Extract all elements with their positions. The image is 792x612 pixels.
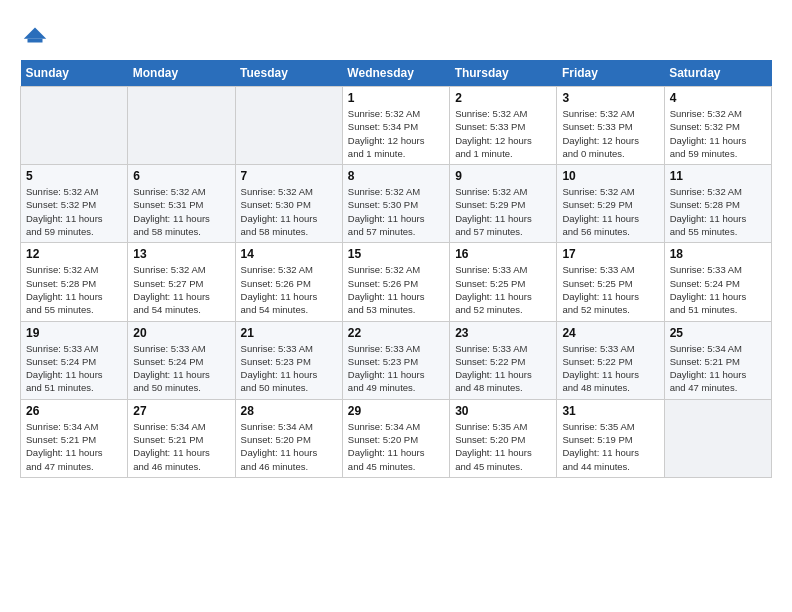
day-number: 1 — [348, 91, 444, 105]
calendar-cell: 31Sunrise: 5:35 AMSunset: 5:19 PMDayligh… — [557, 399, 664, 477]
day-info: Sunrise: 5:33 AMSunset: 5:25 PMDaylight:… — [455, 263, 551, 316]
header-row: SundayMondayTuesdayWednesdayThursdayFrid… — [21, 60, 772, 87]
day-info: Sunrise: 5:34 AMSunset: 5:21 PMDaylight:… — [26, 420, 122, 473]
day-number: 18 — [670, 247, 766, 261]
day-info: Sunrise: 5:33 AMSunset: 5:22 PMDaylight:… — [455, 342, 551, 395]
calendar-cell: 14Sunrise: 5:32 AMSunset: 5:26 PMDayligh… — [235, 243, 342, 321]
calendar-week: 5Sunrise: 5:32 AMSunset: 5:32 PMDaylight… — [21, 165, 772, 243]
weekday-header: Saturday — [664, 60, 771, 87]
day-info: Sunrise: 5:32 AMSunset: 5:30 PMDaylight:… — [241, 185, 337, 238]
day-info: Sunrise: 5:32 AMSunset: 5:29 PMDaylight:… — [455, 185, 551, 238]
calendar-week: 12Sunrise: 5:32 AMSunset: 5:28 PMDayligh… — [21, 243, 772, 321]
weekday-header: Tuesday — [235, 60, 342, 87]
weekday-header: Sunday — [21, 60, 128, 87]
day-number: 24 — [562, 326, 658, 340]
weekday-header: Monday — [128, 60, 235, 87]
calendar-cell: 11Sunrise: 5:32 AMSunset: 5:28 PMDayligh… — [664, 165, 771, 243]
day-number: 7 — [241, 169, 337, 183]
weekday-header: Wednesday — [342, 60, 449, 87]
day-info: Sunrise: 5:32 AMSunset: 5:32 PMDaylight:… — [26, 185, 122, 238]
day-info: Sunrise: 5:33 AMSunset: 5:24 PMDaylight:… — [26, 342, 122, 395]
day-number: 12 — [26, 247, 122, 261]
day-number: 4 — [670, 91, 766, 105]
calendar-cell — [21, 87, 128, 165]
day-number: 3 — [562, 91, 658, 105]
calendar-cell: 1Sunrise: 5:32 AMSunset: 5:34 PMDaylight… — [342, 87, 449, 165]
calendar-cell: 13Sunrise: 5:32 AMSunset: 5:27 PMDayligh… — [128, 243, 235, 321]
calendar-cell: 8Sunrise: 5:32 AMSunset: 5:30 PMDaylight… — [342, 165, 449, 243]
weekday-header: Friday — [557, 60, 664, 87]
day-number: 10 — [562, 169, 658, 183]
day-info: Sunrise: 5:34 AMSunset: 5:20 PMDaylight:… — [348, 420, 444, 473]
day-info: Sunrise: 5:33 AMSunset: 5:24 PMDaylight:… — [670, 263, 766, 316]
calendar-cell: 3Sunrise: 5:32 AMSunset: 5:33 PMDaylight… — [557, 87, 664, 165]
calendar-cell: 24Sunrise: 5:33 AMSunset: 5:22 PMDayligh… — [557, 321, 664, 399]
day-info: Sunrise: 5:32 AMSunset: 5:33 PMDaylight:… — [562, 107, 658, 160]
day-info: Sunrise: 5:32 AMSunset: 5:33 PMDaylight:… — [455, 107, 551, 160]
day-number: 15 — [348, 247, 444, 261]
calendar-cell: 9Sunrise: 5:32 AMSunset: 5:29 PMDaylight… — [450, 165, 557, 243]
day-info: Sunrise: 5:34 AMSunset: 5:21 PMDaylight:… — [670, 342, 766, 395]
calendar-cell — [664, 399, 771, 477]
calendar-cell: 19Sunrise: 5:33 AMSunset: 5:24 PMDayligh… — [21, 321, 128, 399]
calendar-cell: 30Sunrise: 5:35 AMSunset: 5:20 PMDayligh… — [450, 399, 557, 477]
day-info: Sunrise: 5:32 AMSunset: 5:32 PMDaylight:… — [670, 107, 766, 160]
day-number: 26 — [26, 404, 122, 418]
calendar-week: 26Sunrise: 5:34 AMSunset: 5:21 PMDayligh… — [21, 399, 772, 477]
calendar-cell: 12Sunrise: 5:32 AMSunset: 5:28 PMDayligh… — [21, 243, 128, 321]
day-number: 27 — [133, 404, 229, 418]
day-info: Sunrise: 5:34 AMSunset: 5:21 PMDaylight:… — [133, 420, 229, 473]
day-info: Sunrise: 5:32 AMSunset: 5:28 PMDaylight:… — [26, 263, 122, 316]
calendar-cell: 18Sunrise: 5:33 AMSunset: 5:24 PMDayligh… — [664, 243, 771, 321]
calendar-cell: 28Sunrise: 5:34 AMSunset: 5:20 PMDayligh… — [235, 399, 342, 477]
day-number: 2 — [455, 91, 551, 105]
calendar-cell: 20Sunrise: 5:33 AMSunset: 5:24 PMDayligh… — [128, 321, 235, 399]
calendar-cell: 23Sunrise: 5:33 AMSunset: 5:22 PMDayligh… — [450, 321, 557, 399]
day-number: 30 — [455, 404, 551, 418]
calendar-week: 1Sunrise: 5:32 AMSunset: 5:34 PMDaylight… — [21, 87, 772, 165]
day-number: 5 — [26, 169, 122, 183]
calendar-cell: 5Sunrise: 5:32 AMSunset: 5:32 PMDaylight… — [21, 165, 128, 243]
logo — [20, 20, 50, 50]
weekday-header: Thursday — [450, 60, 557, 87]
day-info: Sunrise: 5:32 AMSunset: 5:31 PMDaylight:… — [133, 185, 229, 238]
calendar-cell: 17Sunrise: 5:33 AMSunset: 5:25 PMDayligh… — [557, 243, 664, 321]
calendar-cell: 4Sunrise: 5:32 AMSunset: 5:32 PMDaylight… — [664, 87, 771, 165]
svg-rect-2 — [28, 39, 43, 43]
day-number: 20 — [133, 326, 229, 340]
day-info: Sunrise: 5:33 AMSunset: 5:23 PMDaylight:… — [348, 342, 444, 395]
day-number: 14 — [241, 247, 337, 261]
day-number: 22 — [348, 326, 444, 340]
calendar-table: SundayMondayTuesdayWednesdayThursdayFrid… — [20, 60, 772, 478]
day-number: 6 — [133, 169, 229, 183]
logo-icon — [20, 20, 50, 50]
day-info: Sunrise: 5:35 AMSunset: 5:20 PMDaylight:… — [455, 420, 551, 473]
calendar-cell — [128, 87, 235, 165]
calendar-cell: 2Sunrise: 5:32 AMSunset: 5:33 PMDaylight… — [450, 87, 557, 165]
calendar-week: 19Sunrise: 5:33 AMSunset: 5:24 PMDayligh… — [21, 321, 772, 399]
day-info: Sunrise: 5:33 AMSunset: 5:23 PMDaylight:… — [241, 342, 337, 395]
calendar-cell: 22Sunrise: 5:33 AMSunset: 5:23 PMDayligh… — [342, 321, 449, 399]
calendar-cell: 26Sunrise: 5:34 AMSunset: 5:21 PMDayligh… — [21, 399, 128, 477]
day-number: 13 — [133, 247, 229, 261]
day-info: Sunrise: 5:33 AMSunset: 5:22 PMDaylight:… — [562, 342, 658, 395]
page-header — [20, 20, 772, 50]
calendar-cell: 15Sunrise: 5:32 AMSunset: 5:26 PMDayligh… — [342, 243, 449, 321]
day-number: 28 — [241, 404, 337, 418]
day-info: Sunrise: 5:33 AMSunset: 5:24 PMDaylight:… — [133, 342, 229, 395]
day-info: Sunrise: 5:35 AMSunset: 5:19 PMDaylight:… — [562, 420, 658, 473]
day-number: 11 — [670, 169, 766, 183]
calendar-cell: 25Sunrise: 5:34 AMSunset: 5:21 PMDayligh… — [664, 321, 771, 399]
day-number: 16 — [455, 247, 551, 261]
day-number: 19 — [26, 326, 122, 340]
day-info: Sunrise: 5:33 AMSunset: 5:25 PMDaylight:… — [562, 263, 658, 316]
day-number: 31 — [562, 404, 658, 418]
day-info: Sunrise: 5:32 AMSunset: 5:29 PMDaylight:… — [562, 185, 658, 238]
calendar-cell: 7Sunrise: 5:32 AMSunset: 5:30 PMDaylight… — [235, 165, 342, 243]
day-number: 29 — [348, 404, 444, 418]
calendar-cell: 21Sunrise: 5:33 AMSunset: 5:23 PMDayligh… — [235, 321, 342, 399]
day-info: Sunrise: 5:32 AMSunset: 5:28 PMDaylight:… — [670, 185, 766, 238]
calendar-cell: 10Sunrise: 5:32 AMSunset: 5:29 PMDayligh… — [557, 165, 664, 243]
calendar-cell: 16Sunrise: 5:33 AMSunset: 5:25 PMDayligh… — [450, 243, 557, 321]
day-number: 9 — [455, 169, 551, 183]
